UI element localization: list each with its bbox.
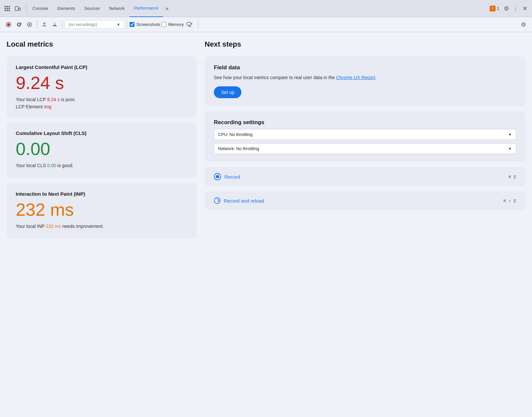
cls-desc-value: 0.00 [47, 163, 56, 168]
record-dot [216, 175, 219, 178]
record-circle-icon [214, 173, 221, 180]
devtools-tabbar: Console Elements Sources Network Perform… [0, 0, 532, 17]
cls-desc-prefix: Your local CLS [16, 163, 47, 168]
lcp-element-label: LCP Element [16, 104, 43, 109]
record-action-left: Record [214, 173, 240, 180]
record-action-card[interactable]: Record ⌘ E [205, 167, 525, 186]
svg-point-12 [7, 23, 10, 26]
tab-console[interactable]: Console [28, 0, 53, 17]
screenshots-label: Screenshots [136, 22, 160, 27]
tab-separator-1 [26, 4, 27, 13]
reload-circle-icon [214, 197, 220, 204]
recording-settings-card: Recording settings CPU: No throttling ▼ … [205, 111, 525, 162]
svg-rect-2 [9, 6, 10, 7]
record-reload-label: Record and reload [224, 198, 264, 204]
tab-sources[interactable]: Sources [80, 0, 105, 17]
next-steps-title: Next steps [205, 40, 525, 49]
svg-rect-10 [19, 8, 21, 10]
recordings-dropdown[interactable]: (no recordings) ▼ [65, 20, 124, 29]
lcp-card: Largest Contentful Paint (LCP) 9.24 s Yo… [7, 56, 197, 117]
svg-rect-17 [191, 23, 192, 24]
devtools-settings-icon[interactable]: ⚙ [502, 4, 511, 13]
field-data-title: Field data [214, 64, 516, 71]
lcp-name: Largest Contentful Paint (LCP) [16, 64, 188, 70]
right-panel: Next steps Field data See how your local… [205, 40, 525, 409]
error-badge[interactable]: ! 1 [490, 6, 499, 11]
record-shortcut: ⌘ E [509, 174, 516, 179]
tab-network[interactable]: Network [105, 0, 130, 17]
inp-value: 232 ms [16, 201, 188, 218]
local-metrics-title: Local metrics [7, 40, 197, 49]
inp-desc-prefix: Your local INP [16, 224, 46, 229]
record-reload-action-card[interactable]: Record and reload ⌘ ⇧ E [205, 191, 525, 210]
main-content: Local metrics Largest Contentful Paint (… [0, 32, 532, 417]
inp-card: Interaction to Next Paint (INP) 232 ms Y… [7, 183, 197, 239]
field-data-desc-after: . [375, 75, 377, 80]
field-data-desc-before: See how your local metrics compare to re… [214, 75, 336, 80]
record-reload-shortcut: ⌘ ⇧ E [503, 198, 516, 203]
inp-name: Interaction to Next Paint (INP) [16, 191, 188, 197]
error-icon: ! [490, 6, 496, 11]
more-tabs-button[interactable]: » [163, 4, 171, 13]
chrome-ux-report-link[interactable]: Chrome UX Report [336, 75, 375, 80]
svg-rect-0 [5, 6, 6, 7]
record-button[interactable] [4, 20, 13, 29]
svg-rect-9 [15, 7, 18, 11]
tab-performance[interactable]: Performance [129, 0, 163, 17]
screenshots-checkbox[interactable] [130, 22, 134, 27]
svg-rect-3 [5, 8, 6, 9]
devtools-more-icon[interactable]: ⋮ [511, 4, 520, 13]
inp-desc-suffix: needs improvement. [61, 224, 104, 229]
lcp-desc-prefix: Your local LCP [16, 97, 47, 102]
left-panel: Local metrics Largest Contentful Paint (… [7, 40, 197, 409]
lcp-description: Your local LCP 9.24 s is poor. [16, 97, 188, 102]
tab-elements[interactable]: Elements [53, 0, 80, 17]
memory-checkbox-label[interactable]: Memory [161, 22, 184, 27]
toolbar-sep-3 [127, 21, 127, 29]
devtools-close-icon[interactable]: ✕ [520, 4, 529, 13]
devtools-icon-group [3, 4, 22, 13]
memory-checkbox[interactable] [161, 22, 166, 27]
setup-button[interactable]: Set up [214, 86, 241, 98]
clear-button[interactable] [25, 20, 34, 29]
svg-point-18 [214, 198, 220, 204]
lcp-element: LCP Element img [16, 104, 188, 109]
svg-rect-6 [5, 10, 6, 11]
toolbar-sep-1 [37, 21, 37, 29]
device-toolbar-icon[interactable] [13, 4, 22, 13]
svg-rect-8 [9, 10, 10, 11]
svg-rect-4 [7, 8, 8, 9]
svg-rect-5 [9, 8, 10, 9]
memory-label: Memory [168, 22, 184, 27]
cls-name: Cumulative Layout Shift (CLS) [16, 130, 188, 136]
cls-description: Your local CLS 0.00 is good. [16, 163, 188, 168]
lcp-value: 9.24 s [16, 74, 188, 92]
display-icon[interactable] [185, 20, 194, 29]
svg-rect-16 [187, 22, 191, 25]
network-select-arrow-icon: ▼ [508, 146, 512, 151]
inp-description: Your local INP 232 ms needs improvement. [16, 224, 188, 229]
error-count: 1 [497, 6, 499, 11]
recording-settings-title: Recording settings [214, 119, 516, 126]
inp-desc-value: 232 ms [46, 224, 61, 229]
inspect-icon[interactable] [3, 4, 12, 13]
refresh-button[interactable] [14, 20, 24, 29]
toolbar-sep-2 [62, 21, 62, 29]
toolbar-settings-right-icon[interactable]: ⚙ [519, 20, 528, 29]
field-data-desc: See how your local metrics compare to re… [214, 74, 516, 81]
lcp-element-value[interactable]: img [44, 104, 51, 109]
network-throttle-select[interactable]: Network: No throttling ▼ [214, 143, 516, 154]
lcp-desc-value: 9.24 s [47, 97, 60, 102]
field-data-card: Field data See how your local metrics co… [205, 56, 525, 106]
cpu-throttle-select[interactable]: CPU: No throttling ▼ [214, 129, 516, 140]
cls-desc-suffix: is good. [56, 163, 73, 168]
svg-rect-1 [7, 6, 8, 7]
record-label: Record [224, 174, 240, 180]
download-button[interactable] [50, 20, 59, 29]
dropdown-arrow-icon: ▼ [116, 22, 120, 27]
svg-rect-7 [7, 10, 8, 11]
screenshots-checkbox-label[interactable]: Screenshots [130, 22, 160, 27]
upload-button[interactable] [40, 20, 49, 29]
cpu-select-arrow-icon: ▼ [508, 132, 512, 137]
record-reload-action-left: Record and reload [214, 197, 264, 204]
